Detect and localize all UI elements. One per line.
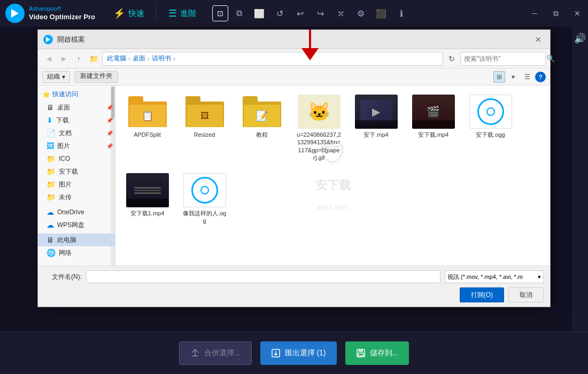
file-item-tutorial[interactable]: 📝 教程 [236,92,287,164]
svg-rect-6 [359,349,363,352]
dialog-icon [43,35,53,44]
crop-icon[interactable]: ⊡ [212,5,228,21]
sidebar-item-documents[interactable]: 📄 文档 📌 [38,127,115,139]
sidebar-item-onedrive[interactable]: ☁ OneDrive [38,206,115,219]
ogg-2-thumb [183,173,226,207]
dialog-actions: 打開(O) 取消 [44,287,544,302]
dialog-title: 開啟檔案 [57,35,528,44]
quick-access-header[interactable]: ⭐ 快速访问 [38,88,115,101]
close-button[interactable]: ✕ [567,0,588,27]
brand-name: Ashampoo® [29,5,95,12]
rotate-icon[interactable]: ↺ [270,4,289,23]
expand-icon[interactable]: ⤲ [331,4,350,23]
merge-button[interactable]: 合併選擇... [179,341,252,365]
filename-input[interactable] [86,270,440,283]
gif-label: u=2240866237,2132994135&fm=117&gp=0[pape… [296,131,342,161]
file-item-ogg-2[interactable]: 像我这样的人.ogg [179,170,230,228]
file-item-mp4-1[interactable]: ▶ 安下.mp4 [351,92,401,164]
computer-section: 🖥 此电脑 🌐 网络 [38,233,115,259]
redo-icon[interactable]: ↪ [311,4,330,23]
ico-folder-icon: 📁 [47,154,56,163]
nav-quick[interactable]: ⚡ 快速 [106,4,152,22]
resized-folder-icon: 🖼 [185,96,224,127]
view-details-btn[interactable]: ▾ [507,71,519,83]
breadcrumb-computer[interactable]: 此電腦 [107,54,126,63]
svg-marker-0 [11,9,19,18]
export-button[interactable]: 匯出選擇 (1) [260,341,337,365]
mp4-2-thumb: 🎬 [412,95,455,129]
merge-icon [190,348,200,358]
sidebar-item-weichuan[interactable]: 📁 未传 [38,191,115,204]
filetype-chevron: ▾ [538,274,541,280]
file-item-mp4-3[interactable]: 安下载1.mp4 [122,170,173,228]
search-box: 🔍 [460,52,546,66]
minimize-button[interactable]: ─ [524,0,545,27]
blank-icon[interactable]: ⬜ [250,4,269,23]
left-sidebar: ⭐ 快速访问 🖥 桌面 📌 ⬇ 下载 📌 📄 文档 📌 [38,85,115,266]
nav-forward-button[interactable]: ▶ [57,52,70,65]
mp4-2-label: 安下载.mp4 [418,131,448,138]
sidebar-item-pictures[interactable]: 🖼 图片 📌 [38,139,115,152]
wps-icon: ☁ [47,221,54,229]
speaker-icon[interactable]: 🔊 [572,31,587,46]
cancel-button[interactable]: 取消 [508,287,544,302]
pin-icon-download: 📌 [106,118,113,123]
organize-dropdown[interactable]: 組織 ▾ [42,71,70,83]
filetype-select[interactable]: 視訊 (*.mov, *.mp4, *.avi, *.m ▾ [445,270,544,283]
view-list[interactable]: ☰ [521,71,533,83]
window-controls: ─ ⧉ ✕ [524,0,588,27]
nav-up-button[interactable]: ↑ [72,52,85,65]
new-folder-button[interactable]: 新建文件夾 [74,71,118,83]
undo-icon[interactable]: ↩ [290,4,310,23]
file-item-gif[interactable]: 🐱 u=2240866237,2132994135&fm=117&gp=0[pa… [293,92,344,164]
file-item-apdfsplit[interactable]: 📋 APDFSplit [122,92,173,164]
pictures2-icon: 📁 [47,180,56,189]
breadcrumb-manual[interactable]: 说明书 [152,54,171,63]
network-icon: 🌐 [47,248,56,257]
ogg-1-icon [469,95,512,129]
theme-icon[interactable]: ⬛ [372,4,391,23]
sidebar-item-pictures2[interactable]: 📁 图片 [38,178,115,191]
tutorial-thumb: 📝 [241,95,283,129]
apdfsplit-label: APDFSplit [134,131,161,138]
ogg-1-label: 安下载.ogg [476,131,505,138]
cloud-section: ☁ OneDrive ☁ WPS网盘 [38,206,115,231]
open-button[interactable]: 打開(O) [460,287,504,302]
info-icon[interactable]: ℹ [392,4,411,23]
desktop-icon: 🖥 [47,103,54,112]
file-item-mp4-2[interactable]: 🎬 安下载.mp4 [408,92,459,164]
split-icon[interactable]: ⧉ [229,4,249,23]
breadcrumb: 此電腦 › 桌面 › 说明书 › [102,52,443,66]
sidebar-item-ico[interactable]: 📁 ICO [38,152,115,165]
file-item-resized[interactable]: 🖼 Resized [179,92,230,164]
nav-advanced[interactable]: ☰ 進階 [161,4,204,22]
logo-area: Ashampoo® Video Optimizer Pro [5,4,95,23]
ogg-2-label: 像我这样的人.ogg [182,209,227,225]
restore-button[interactable]: ⧉ [545,0,567,27]
view-large-icons[interactable]: ⊞ [493,71,505,83]
sidebar-item-network[interactable]: 🌐 网络 [38,246,115,259]
dialog-close-button[interactable]: ✕ [532,33,545,46]
pin-icon-documents: 📌 [106,130,113,136]
help-button[interactable]: ? [535,72,546,82]
save-button[interactable]: 儲存到... [345,341,409,365]
mp4-3-label: 安下载1.mp4 [130,209,165,217]
sidebar-item-computer[interactable]: 🖥 此电脑 [38,233,115,246]
sidebar-item-anzaixia[interactable]: 📁 安下载 [38,165,115,178]
sidebar-item-download[interactable]: ⬇ 下载 📌 [38,114,115,127]
dialog-content: ⭐ 快速访问 🖥 桌面 📌 ⬇ 下载 📌 📄 文档 📌 [38,85,550,266]
pin-icon-pictures: 📌 [106,143,113,149]
search-input[interactable] [464,55,544,63]
settings-icon[interactable]: ⚙ [351,4,370,23]
app-title-text: Ashampoo® Video Optimizer Pro [29,5,95,21]
breadcrumb-desktop[interactable]: 桌面 [133,54,145,63]
nav-back-button[interactable]: ◀ [42,52,55,65]
refresh-button[interactable]: ↻ [445,52,458,65]
right-sidebar: 🔊 [572,27,588,347]
sidebar-item-desktop[interactable]: 🖥 桌面 📌 [38,101,115,114]
sidebar-item-wps[interactable]: ☁ WPS网盘 [38,219,115,231]
download-folder-icon: ⬇ [47,116,53,124]
ogg-2-icon [183,173,226,207]
ogg-1-thumb [469,95,512,129]
file-item-ogg-1[interactable]: 安下载.ogg [465,92,516,164]
